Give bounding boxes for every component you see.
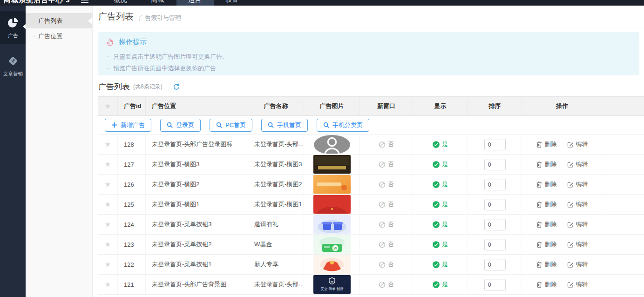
delete-button[interactable]: 删除 bbox=[536, 180, 557, 189]
ad-image-cell bbox=[304, 255, 360, 274]
ad-image-cell bbox=[304, 175, 360, 194]
ad-position-cell: 未登录首页-横图3 bbox=[146, 155, 248, 174]
ad-thumbnail-orange-banner-ad[interactable] bbox=[313, 175, 351, 194]
ad-image-cell: w bbox=[304, 235, 360, 254]
button-label: 手机分类页 bbox=[332, 121, 363, 129]
trash-icon bbox=[536, 281, 542, 288]
ad-thumbnail-dark-banner-ad[interactable] bbox=[313, 155, 351, 174]
delete-button[interactable]: 删除 bbox=[536, 260, 557, 269]
add-ad-button[interactable]: 新增广告 bbox=[105, 119, 151, 132]
ad-thumbnail-red-banner-ad[interactable] bbox=[313, 195, 351, 214]
ad-id-cell: 123 bbox=[118, 235, 146, 254]
edit-button[interactable]: 编辑 bbox=[567, 180, 588, 189]
actions-cell: 删除编辑 bbox=[522, 215, 602, 234]
topbar-nav: 概况商城运营设置 bbox=[102, 0, 251, 6]
edit-button[interactable]: 编辑 bbox=[567, 260, 588, 269]
ad-thumbnail-green-w-fund-card[interactable]: w bbox=[313, 235, 351, 254]
edit-button[interactable]: 编辑 bbox=[567, 160, 588, 169]
favorite-star-icon[interactable]: ★ bbox=[105, 140, 111, 148]
favorite-star-icon[interactable]: ★ bbox=[105, 200, 111, 209]
ban-icon bbox=[379, 141, 386, 148]
sort-input[interactable] bbox=[484, 179, 506, 190]
delete-label: 删除 bbox=[545, 220, 557, 229]
sort-input[interactable] bbox=[484, 259, 506, 270]
ad-position-cell: 未登录首页-菜单按钮2 bbox=[146, 235, 248, 254]
edit-label: 编辑 bbox=[576, 140, 588, 148]
actions-cell: 删除编辑 bbox=[522, 255, 602, 274]
edit-icon bbox=[567, 281, 574, 288]
refresh-icon[interactable] bbox=[173, 83, 180, 91]
svg-text:安全 简单 创新: 安全 简单 创新 bbox=[320, 287, 344, 291]
ad-id-cell: 121 bbox=[118, 275, 146, 294]
topbar-item[interactable]: 运营 bbox=[176, 0, 214, 6]
delete-button[interactable]: 删除 bbox=[536, 160, 557, 169]
sort-input[interactable] bbox=[484, 219, 506, 230]
submenu-item-label: 广告列表 bbox=[38, 17, 62, 25]
hamburger-icon[interactable] bbox=[81, 0, 89, 3]
show-cell: 是 bbox=[413, 195, 468, 214]
edit-button[interactable]: 编辑 bbox=[567, 140, 588, 148]
favorite-cell: ★ bbox=[98, 235, 118, 254]
topbar-item[interactable]: 设置 bbox=[214, 0, 251, 6]
topbar-item[interactable]: 商城 bbox=[139, 0, 176, 6]
delete-button[interactable]: 删除 bbox=[536, 200, 557, 209]
ban-icon bbox=[379, 181, 386, 188]
favorite-star-icon[interactable]: ★ bbox=[105, 160, 111, 169]
favorite-star-icon[interactable]: ★ bbox=[105, 180, 111, 189]
sidebar-item-article-marketing[interactable]: 文章营销 bbox=[0, 49, 26, 82]
sort-input[interactable] bbox=[484, 139, 506, 150]
ban-icon bbox=[379, 261, 386, 268]
sort-input[interactable] bbox=[484, 279, 506, 290]
delete-button[interactable]: 删除 bbox=[536, 220, 557, 229]
filter-button[interactable]: 登录页 bbox=[160, 119, 201, 132]
ad-thumbnail-navy-brand-banner[interactable]: m安全 简单 创新 bbox=[313, 275, 351, 294]
ad-thumbnail-blue-gift-boxes[interactable] bbox=[313, 215, 351, 234]
delete-button[interactable]: 删除 bbox=[536, 280, 557, 289]
plus-icon bbox=[111, 122, 117, 128]
sidebar-item-ads[interactable]: 广告 bbox=[0, 11, 26, 44]
ad-thumbnail-red-gold-ingot[interactable] bbox=[313, 255, 351, 274]
status-label: 否 bbox=[388, 260, 394, 269]
sort-cell bbox=[468, 215, 522, 234]
trash-icon bbox=[536, 201, 542, 208]
new-window-cell: 否 bbox=[360, 215, 413, 234]
topbar-item[interactable]: 概况 bbox=[102, 0, 139, 6]
svg-text:w: w bbox=[333, 246, 337, 250]
delete-button[interactable]: 删除 bbox=[536, 240, 557, 249]
favorite-star-icon[interactable]: ★ bbox=[105, 240, 111, 249]
button-label: PC首页 bbox=[225, 121, 246, 129]
edit-button[interactable]: 编辑 bbox=[567, 240, 588, 249]
favorite-star-icon[interactable]: ★ bbox=[105, 260, 111, 269]
sort-cell bbox=[468, 195, 522, 214]
favorite-star-icon[interactable]: ★ bbox=[105, 220, 111, 229]
edit-button[interactable]: 编辑 bbox=[567, 220, 588, 229]
filter-button[interactable]: 手机首页 bbox=[261, 119, 308, 132]
status-label: 是 bbox=[442, 160, 448, 169]
ad-name-cell: 未登录首页-横图2 bbox=[248, 175, 304, 194]
edit-button[interactable]: 编辑 bbox=[567, 200, 588, 209]
edit-label: 编辑 bbox=[576, 160, 588, 169]
ban-icon bbox=[379, 241, 386, 248]
ad-thumbnail-gray-user-avatar[interactable] bbox=[313, 135, 351, 154]
filter-button[interactable]: PC首页 bbox=[210, 119, 252, 132]
check-circle-icon bbox=[433, 181, 440, 188]
sort-input[interactable] bbox=[484, 159, 506, 170]
favorite-cell: ★ bbox=[98, 275, 118, 294]
submenu-panel: ·广告列表·广告位置 bbox=[26, 6, 93, 297]
ban-icon bbox=[379, 221, 386, 228]
submenu-item-ad-position[interactable]: ·广告位置 bbox=[26, 28, 92, 44]
sort-input[interactable] bbox=[484, 199, 506, 210]
status-label: 是 bbox=[442, 200, 448, 209]
topbar: 商城系统后台中心 3 概况商城运营设置 bbox=[0, 0, 644, 6]
delete-button[interactable]: 删除 bbox=[536, 140, 557, 148]
ad-id-cell: 127 bbox=[118, 155, 146, 174]
submenu-item-ad-list[interactable]: ·广告列表 bbox=[26, 13, 92, 28]
sort-cell bbox=[468, 155, 522, 174]
main-content: 广告列表 广告索引与管理 操作提示 只需要点击半透明广告图片即可更换广告.预览广… bbox=[93, 6, 644, 297]
favorite-star-icon[interactable]: ★ bbox=[105, 280, 111, 289]
sort-cell bbox=[468, 235, 522, 254]
sort-input[interactable] bbox=[484, 239, 506, 250]
edit-button[interactable]: 编辑 bbox=[567, 280, 588, 289]
filter-button[interactable]: 手机分类页 bbox=[317, 119, 369, 132]
status-label: 否 bbox=[388, 160, 394, 169]
